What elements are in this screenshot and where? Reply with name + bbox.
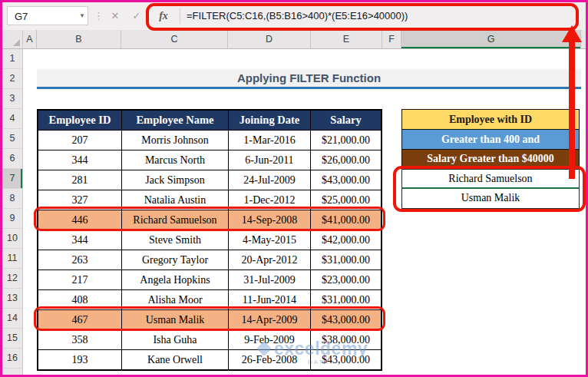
table-cell[interactable]: 11-Jun-2014: [229, 290, 311, 310]
table-cell[interactable]: Natalia Austin: [122, 190, 229, 210]
table-cell[interactable]: Steve Smith: [122, 230, 229, 250]
row-header-16[interactable]: 16: [2, 349, 22, 369]
select-all-corner[interactable]: [2, 30, 23, 48]
table-cell[interactable]: 281: [38, 170, 122, 190]
column-header-a[interactable]: A: [23, 30, 37, 48]
table-cell[interactable]: 344: [38, 150, 122, 170]
result-cell-g8[interactable]: Usman Malik: [401, 189, 580, 209]
table-header-cell[interactable]: Salary: [311, 111, 381, 131]
formula-bar-divider: [180, 8, 180, 24]
table-cell[interactable]: 4-May-2015: [229, 230, 311, 250]
table-cell[interactable]: 263: [38, 250, 122, 270]
formula-input[interactable]: =FILTER(C5:C16,(B5:B16>400)*(E5:E16>4000…: [187, 6, 408, 25]
row-header-1[interactable]: 1: [2, 49, 22, 69]
table-cell[interactable]: Gregory Taylor: [122, 250, 229, 270]
table-cell[interactable]: 467: [38, 310, 122, 330]
table-cell[interactable]: Isha Guha: [122, 330, 229, 350]
table-cell[interactable]: Kane Orwell: [122, 350, 229, 369]
table-cell[interactable]: $31,000.00: [311, 290, 381, 310]
table-cell[interactable]: 217: [38, 270, 122, 290]
row-header-3[interactable]: 3: [2, 89, 22, 109]
row-header-11[interactable]: 11: [2, 249, 22, 269]
table-header-cell[interactable]: Employee Name: [122, 111, 229, 131]
result-cell-g7[interactable]: Richard Samuelson: [401, 169, 580, 189]
table-cell[interactable]: $23,000.00: [311, 270, 381, 290]
table-cell[interactable]: 1-Mar-2016: [229, 131, 311, 150]
table-cell[interactable]: 9-Feb-2009: [229, 330, 311, 350]
table-cell[interactable]: 31-Jul-2009: [229, 270, 311, 290]
result-criteria-panel: Employee with IDGreater than 400 andSala…: [401, 109, 580, 169]
table-cell[interactable]: 358: [38, 330, 122, 350]
table-cell[interactable]: $21,000.00: [311, 131, 381, 150]
table-cell[interactable]: 193: [38, 350, 122, 369]
result-header-cell[interactable]: Employee with ID: [402, 110, 579, 130]
employee-table: Employee IDEmployee NameJoining DateSala…: [37, 109, 382, 371]
table-cell[interactable]: Angela Hopkins: [122, 270, 229, 290]
row-header-15[interactable]: 15: [2, 329, 22, 349]
table-cell[interactable]: Jack Simpson: [122, 170, 229, 190]
column-header-g[interactable]: G: [401, 30, 581, 48]
row-header-8[interactable]: 8: [2, 189, 22, 209]
table-cell[interactable]: $42,000.00: [311, 230, 381, 250]
excel-window: G7 ▾ ⋮ ✕ ✓ fx =FILTER(C5:C16,(B5:B16>400…: [0, 0, 588, 377]
column-header-strip: ABCDEFG: [2, 30, 586, 49]
table-cell[interactable]: 24-Jul-2009: [229, 170, 311, 190]
row-header-4[interactable]: 4: [2, 109, 22, 129]
table-cell[interactable]: $43,000.00: [311, 170, 381, 190]
table-cell[interactable]: 1-Dec-2012: [229, 190, 311, 210]
enter-icon[interactable]: ✓: [127, 6, 146, 25]
table-cell[interactable]: $38,000.00: [311, 330, 381, 350]
table-cell[interactable]: 327: [38, 190, 122, 210]
table-cell[interactable]: 446: [38, 210, 122, 230]
table-cell[interactable]: $26,000.00: [311, 150, 381, 170]
row-header-9[interactable]: 9: [2, 209, 22, 229]
row-header-13[interactable]: 13: [2, 289, 22, 309]
table-cell[interactable]: $43,000.00: [311, 310, 381, 330]
column-header-d[interactable]: D: [228, 30, 311, 48]
row-header-14[interactable]: 14: [2, 309, 22, 329]
table-cell[interactable]: $31,000.00: [311, 250, 381, 270]
table-cell[interactable]: Richard Samuelson: [122, 210, 229, 230]
result-header-cell[interactable]: Salary Greater than $40000: [402, 150, 579, 168]
table-header-cell[interactable]: Joining Date: [229, 111, 311, 131]
column-header-b[interactable]: B: [37, 30, 121, 48]
table-cell[interactable]: $25,000.00: [311, 190, 381, 210]
row-header-12[interactable]: 12: [2, 269, 22, 289]
table-cell[interactable]: Alisha Moor: [122, 290, 229, 310]
row-header-6[interactable]: 6: [2, 149, 22, 169]
row-header-2[interactable]: 2: [2, 69, 22, 89]
table-cell[interactable]: Marcus North: [122, 150, 229, 170]
row-header-gutter: 12345678910111213141516: [2, 49, 23, 375]
insert-function-icon[interactable]: fx: [154, 6, 173, 25]
column-header-f[interactable]: F: [382, 30, 401, 48]
cancel-icon[interactable]: ✕: [106, 6, 124, 25]
table-header-cell[interactable]: Employee ID: [38, 111, 122, 131]
table-cell[interactable]: Usman Malik: [122, 310, 229, 330]
table-cell[interactable]: 14-Apr-2009: [229, 310, 311, 330]
column-header-c[interactable]: C: [121, 30, 228, 48]
table-cell[interactable]: 344: [38, 230, 122, 250]
table-cell[interactable]: 6-Jun-2011: [229, 150, 311, 170]
row-header-10[interactable]: 10: [2, 229, 22, 249]
result-header-cell[interactable]: Greater than 400 and: [402, 130, 579, 150]
column-header-e[interactable]: E: [311, 30, 382, 48]
table-cell[interactable]: 26-Feb-2008: [229, 350, 311, 369]
table-cell[interactable]: $43,000.00: [311, 350, 381, 369]
row-header-7[interactable]: 7: [2, 169, 22, 189]
table-cell[interactable]: 20-Apr-2012: [229, 250, 311, 270]
name-box-caret-icon[interactable]: ▾: [74, 6, 90, 25]
table-cell[interactable]: Morris Johnson: [122, 131, 229, 150]
row-header-5[interactable]: 5: [2, 129, 22, 149]
table-cell[interactable]: 14-Sep-2008: [229, 210, 311, 230]
table-cell[interactable]: 408: [38, 290, 122, 310]
select-all-triangle-icon: [13, 39, 20, 46]
formula-bar-options-icon: ⋮: [94, 6, 104, 25]
table-cell[interactable]: $41,000.00: [311, 210, 381, 230]
formula-bar: G7 ▾ ⋮ ✕ ✓ fx =FILTER(C5:C16,(B5:B16>400…: [2, 2, 586, 31]
title-banner-cell[interactable]: Applying FILTER Function: [37, 69, 581, 89]
table-cell[interactable]: 207: [38, 131, 122, 150]
